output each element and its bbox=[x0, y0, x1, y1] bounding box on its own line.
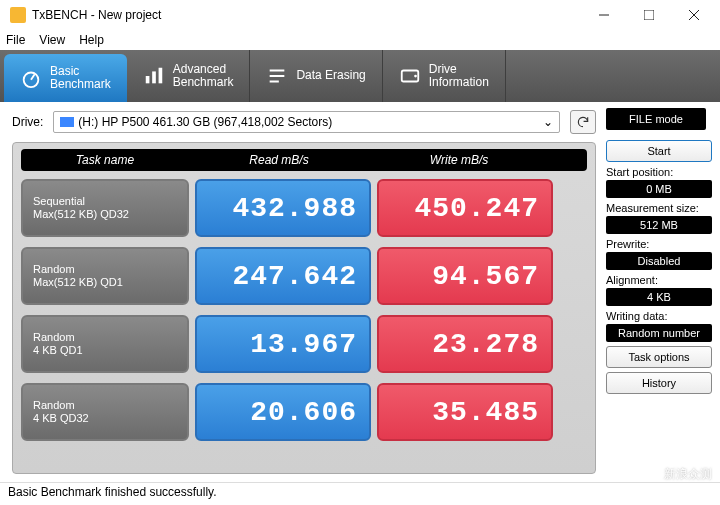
task-cell[interactable]: Random4 KB QD32 bbox=[21, 383, 189, 441]
history-button[interactable]: History bbox=[606, 372, 712, 394]
svg-rect-8 bbox=[158, 68, 162, 84]
tab-label: Advanced Benchmark bbox=[173, 63, 234, 89]
alignment-value[interactable]: 4 KB bbox=[606, 288, 712, 306]
writing-data-label: Writing data: bbox=[606, 310, 712, 322]
tab-basic-benchmark[interactable]: Basic Benchmark bbox=[4, 54, 127, 102]
tab-bar: Basic Benchmark Advanced Benchmark Data … bbox=[0, 50, 720, 102]
drive-value: (H:) HP P500 461.30 GB (967,418,002 Sect… bbox=[78, 115, 332, 129]
status-bar: Basic Benchmark finished successfully. bbox=[0, 482, 720, 502]
tab-label: Data Erasing bbox=[296, 69, 365, 82]
measurement-size-value[interactable]: 512 MB bbox=[606, 216, 712, 234]
write-value: 23.278 bbox=[377, 315, 553, 373]
minimize-button[interactable] bbox=[581, 0, 626, 30]
svg-rect-7 bbox=[152, 71, 156, 83]
drive-icon bbox=[399, 65, 421, 87]
svg-rect-1 bbox=[644, 10, 654, 20]
read-value: 432.988 bbox=[195, 179, 371, 237]
maximize-button[interactable] bbox=[626, 0, 671, 30]
title-bar: TxBENCH - New project bbox=[0, 0, 720, 30]
menu-bar: File View Help bbox=[0, 30, 720, 50]
table-row: Random4 KB QD32 20.606 35.485 bbox=[21, 383, 587, 441]
drive-label: Drive: bbox=[12, 115, 43, 129]
start-position-value[interactable]: 0 MB bbox=[606, 180, 712, 198]
read-value: 247.642 bbox=[195, 247, 371, 305]
app-icon bbox=[10, 7, 26, 23]
refresh-button[interactable] bbox=[570, 110, 596, 134]
tab-drive-information[interactable]: Drive Information bbox=[383, 50, 506, 102]
file-mode-button[interactable]: FILE mode bbox=[606, 108, 706, 130]
task-cell[interactable]: RandomMax(512 KB) QD1 bbox=[21, 247, 189, 305]
write-value: 94.567 bbox=[377, 247, 553, 305]
close-button[interactable] bbox=[671, 0, 716, 30]
svg-point-10 bbox=[414, 75, 417, 78]
menu-view[interactable]: View bbox=[39, 33, 65, 47]
svg-line-5 bbox=[31, 74, 35, 80]
task-cell[interactable]: Random4 KB QD1 bbox=[21, 315, 189, 373]
write-value: 450.247 bbox=[377, 179, 553, 237]
tab-label: Basic Benchmark bbox=[50, 65, 111, 91]
menu-help[interactable]: Help bbox=[79, 33, 104, 47]
col-read: Read mB/s bbox=[189, 153, 369, 167]
col-write: Write mB/s bbox=[369, 153, 549, 167]
task-options-button[interactable]: Task options bbox=[606, 346, 712, 368]
erase-icon bbox=[266, 65, 288, 87]
prewrite-label: Prewrite: bbox=[606, 238, 712, 250]
task-cell[interactable]: SequentialMax(512 KB) QD32 bbox=[21, 179, 189, 237]
chevron-down-icon: ⌄ bbox=[543, 115, 553, 129]
bars-icon bbox=[143, 65, 165, 87]
measurement-size-label: Measurement size: bbox=[606, 202, 712, 214]
tab-label: Drive Information bbox=[429, 63, 489, 89]
disk-icon bbox=[60, 117, 74, 127]
table-row: RandomMax(512 KB) QD1 247.642 94.567 bbox=[21, 247, 587, 305]
window-title: TxBENCH - New project bbox=[32, 8, 581, 22]
refresh-icon bbox=[576, 115, 590, 129]
start-position-label: Start position: bbox=[606, 166, 712, 178]
table-row: SequentialMax(512 KB) QD32 432.988 450.2… bbox=[21, 179, 587, 237]
read-value: 13.967 bbox=[195, 315, 371, 373]
tab-data-erasing[interactable]: Data Erasing bbox=[250, 50, 382, 102]
drive-select[interactable]: (H:) HP P500 461.30 GB (967,418,002 Sect… bbox=[53, 111, 560, 133]
writing-data-value[interactable]: Random number bbox=[606, 324, 712, 342]
menu-file[interactable]: File bbox=[6, 33, 25, 47]
alignment-label: Alignment: bbox=[606, 274, 712, 286]
table-row: Random4 KB QD1 13.967 23.278 bbox=[21, 315, 587, 373]
prewrite-value[interactable]: Disabled bbox=[606, 252, 712, 270]
tab-advanced-benchmark[interactable]: Advanced Benchmark bbox=[127, 50, 251, 102]
start-button[interactable]: Start bbox=[606, 140, 712, 162]
results-grid: Task name Read mB/s Write mB/s Sequentia… bbox=[12, 142, 596, 474]
col-task: Task name bbox=[21, 153, 189, 167]
svg-rect-6 bbox=[145, 76, 149, 83]
gauge-icon bbox=[20, 67, 42, 89]
write-value: 35.485 bbox=[377, 383, 553, 441]
read-value: 20.606 bbox=[195, 383, 371, 441]
